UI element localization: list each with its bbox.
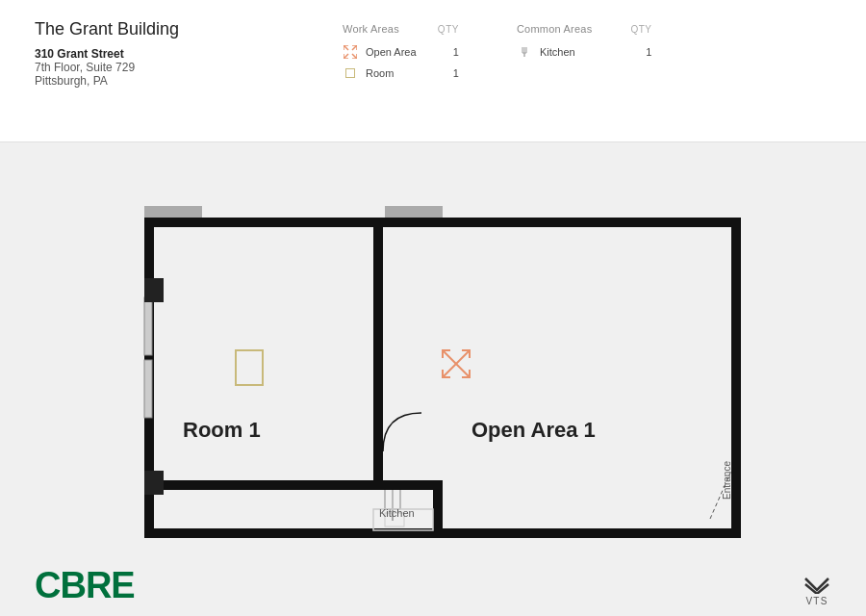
svg-line-39 [456,350,470,364]
svg-rect-33 [144,360,152,418]
floorplan-svg [87,201,779,557]
svg-rect-35 [144,471,164,495]
work-areas-legend: Work Areas QTY [343,23,459,87]
floorplan-container: Room 1 Open Area 1 Kitchen Entrance [87,201,779,557]
svg-rect-46 [373,509,433,530]
svg-rect-32 [144,297,152,355]
svg-rect-22 [731,218,741,538]
floorplan-area: Room 1 Open Area 1 Kitchen Entrance [0,142,866,616]
common-areas-qty-header: QTY [630,24,651,35]
svg-line-40 [443,364,456,377]
kitchen-qty: 1 [646,46,651,58]
open-area-qty: 1 [453,46,459,58]
address-line3: Pittsburgh, PA [35,74,343,88]
svg-rect-18 [385,206,443,218]
svg-rect-47 [385,513,404,526]
header-legend: Work Areas QTY [343,19,831,87]
kitchen-icon [517,44,532,60]
room-icon [343,65,358,81]
cbre-logo: CBRE [35,565,135,606]
header-left: The Grant Building 310 Grant Street 7th … [35,19,343,88]
svg-rect-31 [433,480,443,538]
room-legend-item: Room 1 [343,65,459,81]
common-areas-title: Common Areas [517,23,592,35]
expand-icon [343,44,358,60]
svg-line-37 [443,350,456,364]
common-areas-legend: Common Areas QTY Kitchen 1 [517,23,652,87]
room-qty: 1 [453,67,459,79]
svg-line-48 [710,471,731,519]
svg-rect-27 [144,480,383,490]
room-label: Room [366,67,426,79]
svg-rect-34 [144,278,164,302]
vts-text: VTS [805,596,828,606]
work-areas-title-row: Work Areas QTY [343,23,459,35]
svg-line-38 [456,364,470,377]
kitchen-legend-item: Kitchen 1 [517,44,652,60]
building-name: The Grant Building [35,19,343,39]
svg-rect-19 [144,218,741,227]
kitchen-label: Kitchen [540,46,619,58]
work-areas-title: Work Areas [343,23,399,35]
address-line2: 7th Floor, Suite 729 [35,61,343,74]
vts-chevron-icon [802,573,831,594]
common-areas-title-row: Common Areas QTY [517,23,652,35]
work-areas-qty-header: QTY [438,24,459,35]
svg-rect-23 [373,218,383,410]
header: The Grant Building 310 Grant Street 7th … [0,0,866,142]
svg-rect-17 [144,206,202,218]
svg-rect-28 [383,480,433,490]
open-area-legend-item: Open Area 1 [343,44,459,60]
address-line1: 310 Grant Street [35,47,343,61]
svg-rect-36 [236,350,263,385]
svg-rect-26 [373,451,383,480]
vts-logo: VTS [802,573,831,606]
open-area-label: Open Area [366,46,426,58]
